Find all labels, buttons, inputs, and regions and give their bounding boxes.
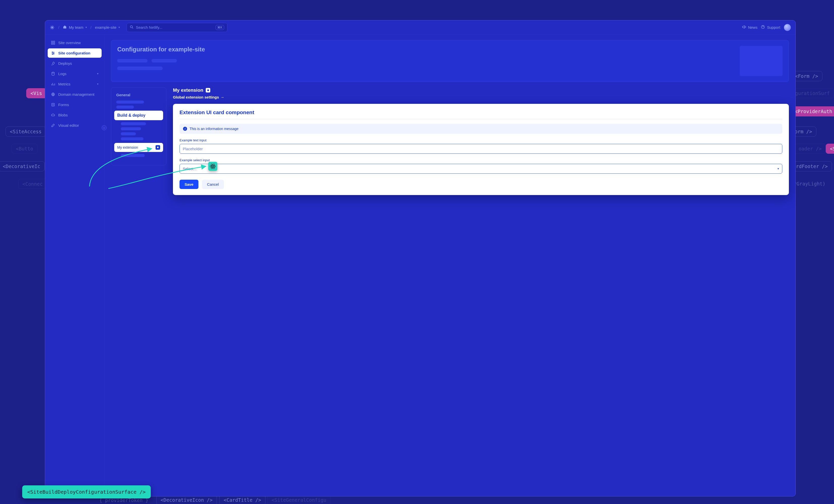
skeleton (117, 67, 162, 70)
sidebar-label: Site overview (58, 41, 81, 45)
info-text: This is an information message (190, 127, 239, 131)
extension-column: My extension Global extension settings →… (173, 88, 789, 195)
subnav-general[interactable]: General (114, 91, 163, 98)
team-label: My team (69, 25, 84, 29)
sidebar-item-forms[interactable]: Forms (48, 100, 102, 109)
sidebar-label: Domain management (58, 92, 94, 96)
component-callout: <SiteBuildDeployConfigurationSurface /> (22, 485, 151, 499)
info-message: i This is an information message (179, 124, 782, 134)
bg-connec: <Connec (18, 179, 47, 189)
grid-icon (51, 41, 55, 45)
rocket-icon (51, 62, 55, 65)
example-select-input[interactable]: Select... ▾ (179, 164, 782, 174)
extension-header: My extension (173, 88, 789, 93)
app-window: / My team ▾ / example-site ▾ ⌘K News (45, 20, 796, 497)
arrow-right-icon: → (221, 95, 224, 99)
chevron-down-icon: ▾ (86, 26, 87, 29)
extension-card: Extension UI card component i This is an… (173, 104, 789, 195)
news-label: News (748, 25, 758, 29)
global-settings-link[interactable]: Global extension settings → (173, 95, 789, 99)
sidebar: Site overview Site configuration Deploys… (45, 35, 104, 496)
content-area: Configuration for example-site General B… (104, 35, 795, 496)
select-field-label: Example select input (179, 158, 782, 162)
skeleton (121, 127, 141, 130)
support-label: Support (767, 25, 780, 29)
sidebar-item-blobs[interactable]: Blobs (48, 110, 102, 120)
sidebar-label: Deploys (58, 61, 72, 66)
news-link[interactable]: News (742, 25, 758, 30)
sidebar-label: Forms (58, 102, 69, 107)
subnav-ext-label: My extension (117, 145, 138, 150)
sidebar-label: Site configuration (58, 51, 90, 55)
breadcrumb-separator: / (58, 25, 59, 29)
database-icon (51, 72, 55, 76)
plug-icon (156, 145, 160, 150)
skeleton (121, 132, 136, 135)
hero-card: Configuration for example-site (111, 40, 789, 82)
kbd-shortcut: ⌘K (216, 25, 224, 30)
sidebar-label: Logs (58, 72, 67, 76)
svg-point-7 (53, 53, 54, 54)
chevron-down-icon: ▾ (118, 26, 120, 29)
svg-rect-2 (51, 41, 53, 42)
text-field-label: Example text input (179, 138, 782, 142)
bg-loader: oader /> (794, 144, 826, 154)
avatar[interactable] (784, 24, 791, 31)
sidebar-item-overview[interactable]: Site overview (48, 38, 102, 47)
skeleton (121, 137, 144, 140)
skeleton (117, 59, 148, 63)
cloud-icon (51, 113, 55, 117)
svg-point-9 (52, 72, 54, 73)
sidebar-item-metrics[interactable]: Metrics ▾ (48, 79, 102, 89)
subnav-my-extension[interactable]: My extension (114, 143, 163, 152)
globe-icon (51, 92, 55, 96)
sidebar-label: Visual editor (58, 123, 79, 128)
team-crumb[interactable]: My team ▾ (63, 25, 87, 30)
skeleton (121, 154, 145, 157)
site-label: example-site (95, 25, 116, 29)
netlify-logo-icon[interactable] (50, 25, 55, 30)
hero-thumbnail (740, 46, 783, 76)
bg-decorative1: <DecorativeIc (0, 161, 45, 171)
sidebar-label: Blobs (58, 113, 68, 117)
svg-point-8 (52, 54, 53, 55)
svg-rect-11 (52, 103, 54, 106)
topbar: / My team ▾ / example-site ▾ ⌘K News (45, 20, 795, 35)
save-button[interactable]: Save (179, 180, 198, 189)
select-placeholder: Select... (183, 166, 196, 171)
svg-point-0 (130, 26, 132, 28)
home-icon (63, 25, 67, 30)
site-crumb[interactable]: example-site ▾ (95, 25, 120, 29)
example-text-input[interactable] (179, 144, 782, 154)
sidebar-item-domain[interactable]: Domain management (48, 90, 102, 99)
svg-rect-4 (51, 43, 53, 44)
search-input[interactable] (136, 25, 213, 29)
bg-button: <Butto (12, 144, 38, 154)
chevron-down-icon: ▾ (777, 167, 779, 170)
search-box[interactable]: ⌘K (127, 23, 227, 32)
megaphone-icon (742, 25, 746, 30)
chevron-down-icon: ▾ (97, 83, 98, 86)
chart-icon (51, 82, 55, 86)
subnav: General Build & deploy My extension (111, 88, 167, 165)
subnav-build-deploy[interactable]: Build & deploy (114, 111, 163, 120)
page-title: Configuration for example-site (117, 46, 734, 53)
sliders-icon (51, 51, 55, 55)
bg-provider-auth: <ProviderAuth (790, 106, 834, 116)
sidebar-item-visual-editor[interactable]: Visual editor (48, 121, 102, 130)
skeleton (116, 100, 144, 104)
search-icon (130, 25, 133, 29)
support-link[interactable]: Support (761, 25, 780, 30)
skeleton (116, 106, 134, 109)
svg-rect-3 (53, 41, 55, 42)
cancel-button[interactable]: Cancel (202, 180, 224, 189)
info-icon: i (183, 127, 187, 131)
help-icon (761, 25, 765, 30)
sidebar-item-configuration[interactable]: Site configuration (48, 48, 102, 58)
sidebar-item-deploys[interactable]: Deploys (48, 59, 102, 68)
breadcrumb-separator: / (90, 25, 91, 29)
bg-visual: <Vis (26, 88, 46, 98)
sidebar-item-logs[interactable]: Logs ▾ (48, 69, 102, 78)
svg-point-6 (52, 52, 53, 53)
global-settings-label: Global extension settings (173, 95, 219, 99)
